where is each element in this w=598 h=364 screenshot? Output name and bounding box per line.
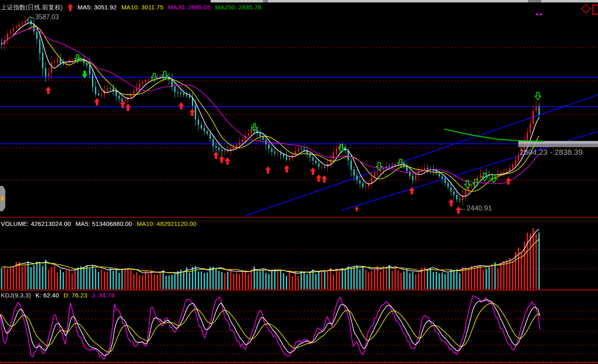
scrollbar-notch: [528, 0, 541, 2]
gap-range-annotation: 2804.23 - 2838.39: [519, 148, 582, 157]
volume-chart-canvas[interactable]: [0, 218, 598, 290]
candlestick-chart-canvas[interactable]: [0, 0, 598, 218]
kdj-k-label: K: 62.40: [36, 292, 59, 299]
buy-signal-arrow-icon: [67, 4, 73, 11]
volume-label: VOLUME: 426213024.00: [1, 220, 71, 228]
top-scrollbar[interactable]: [211, 0, 598, 2]
ma20-label: MA20: 2885.05: [168, 4, 211, 11]
stock-trading-app: 上证指数(日线.前复权) MA5: 3051.92 MA10: 3011.75 …: [0, 0, 598, 364]
kdj-params-label: KDJ(9,3,3): [1, 292, 31, 299]
peak-price-annotation: 3587.03: [35, 13, 59, 21]
volume-header: VOLUME: 426213024.00 MA5: 513406880.00 M…: [1, 220, 196, 228]
expand-arrow-icon: [1, 196, 4, 201]
volume-ma10-label: MA10: 482921120.00: [137, 220, 196, 228]
sidebar-expand-handle[interactable]: [0, 186, 5, 211]
magenta-marker: [536, 13, 538, 15]
window-tool-icon[interactable]: [592, 4, 598, 15]
volume-ma5-label: MA5: 513406880.00: [76, 220, 133, 228]
kdj-j-label: J: 34.74: [92, 292, 115, 299]
scrollbar-notch: [263, 0, 268, 2]
trough-price-annotation: ←2440.91: [460, 204, 492, 212]
magenta-marker: [540, 13, 542, 15]
ma10-label: MA10: 3011.75: [121, 4, 163, 11]
ma5-label: MA5: 3051.92: [78, 4, 117, 11]
kdj-chart-canvas[interactable]: [0, 290, 598, 364]
main-chart-header: 上证指数(日线.前复权) MA5: 3051.92 MA10: 3011.75 …: [1, 4, 261, 11]
ma250-label: MA250: 2835.78: [215, 4, 261, 11]
kdj-header: KDJ(9,3,3) K: 62.40 D: 76.23 J: 34.74: [1, 292, 114, 299]
chart-title: 上证指数(日线.前复权): [1, 4, 63, 11]
kdj-d-label: D: 76.23: [63, 292, 87, 299]
